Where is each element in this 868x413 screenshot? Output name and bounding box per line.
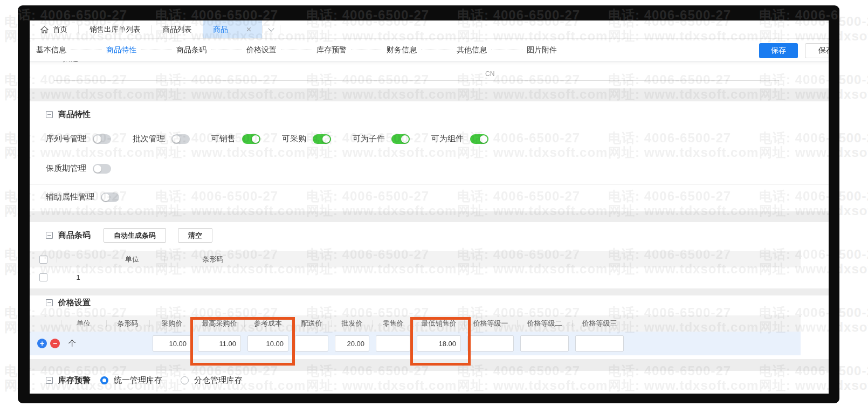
tab-item[interactable]: 商品×: [203, 20, 263, 38]
tab-bar: 首页销售出库单列表商品列表商品×: [30, 20, 829, 39]
collapse-icon[interactable]: [46, 377, 53, 384]
toggle-knob: [480, 135, 487, 143]
watermark-phone: 电话: 4006-6500-27: [608, 72, 759, 87]
tab-home[interactable]: 首页: [30, 20, 78, 38]
price-header-12: 价格等级三: [572, 315, 627, 332]
price-input-3[interactable]: [153, 335, 191, 352]
toggle-switch[interactable]: [391, 134, 410, 144]
select-all-checkbox[interactable]: [39, 256, 47, 264]
price-cell-采购价: [149, 335, 195, 352]
clear-barcode-button[interactable]: 清空: [178, 228, 212, 243]
price-input-5[interactable]: [247, 335, 288, 352]
price-input-12[interactable]: [575, 335, 624, 352]
price-header-9: 最低销售价: [414, 315, 464, 332]
nav-anchor-6[interactable]: 财务信息: [385, 45, 418, 55]
price-cell-最低销售价: [414, 335, 464, 352]
price-input-11[interactable]: [520, 335, 569, 352]
nav-anchor-4[interactable]: 价格设置: [245, 45, 278, 55]
auto-generate-barcode-button[interactable]: 自动生成条码: [104, 228, 166, 243]
toggle-switch[interactable]: [101, 192, 119, 202]
watermark-phone: 电话: 4006-6500-27: [306, 72, 457, 87]
row-checkbox[interactable]: [39, 273, 47, 281]
nav-dotted-connector: [281, 50, 312, 50]
section-title: 商品特性: [58, 109, 91, 120]
collapse-icon[interactable]: [46, 111, 53, 118]
save-button[interactable]: 保存: [759, 43, 798, 58]
toggle-switch[interactable]: [313, 134, 331, 144]
inventory-radio-1[interactable]: [100, 376, 108, 384]
price-input-10[interactable]: [467, 335, 514, 352]
section-title: 价格设置: [58, 298, 91, 308]
price-input-8[interactable]: [376, 335, 410, 352]
add-row-button[interactable]: +: [37, 339, 47, 348]
price-input-7[interactable]: [335, 335, 369, 352]
price-cell-参考成本: [244, 335, 292, 352]
toggle-label: 可为子件: [353, 134, 385, 144]
toggle-switch[interactable]: [242, 134, 260, 144]
nav-anchor-2[interactable]: 商品特性: [105, 45, 137, 55]
toggle-knob: [322, 135, 330, 143]
description-input-underline[interactable]: [54, 80, 779, 81]
toggle-label: 可采购: [282, 134, 306, 144]
section-gap: [30, 211, 829, 222]
tab-item[interactable]: 销售出库单列表: [79, 20, 151, 38]
price-input-6[interactable]: [295, 335, 328, 352]
watermark-phone: 电话: 4006-6500-27: [457, 8, 580, 20]
tab-item[interactable]: 商品列表: [152, 20, 203, 38]
price-header-gutter: [30, 315, 61, 332]
toggle-knob: [94, 135, 101, 143]
toggle-label: 序列号管理: [46, 134, 86, 144]
feature-toggle-item: 保质期管理: [46, 163, 111, 174]
home-icon: [40, 26, 49, 33]
toggle-label: 可为组件: [431, 134, 464, 144]
nav-anchor-7[interactable]: 其他信息: [456, 45, 488, 55]
barcode-header-cell: 条形码: [164, 251, 261, 267]
nav-anchor-5[interactable]: 库存预警: [315, 45, 348, 55]
watermark-text: 电话: 4006-6500-27: [306, 8, 429, 20]
price-cell-单位: 个: [61, 339, 106, 348]
watermark-text: 电话: 4006-6500-27: [608, 8, 731, 20]
toggle-switch[interactable]: [470, 134, 488, 144]
price-header-6: 配送价: [292, 315, 332, 332]
toggle-label: 保质期管理: [46, 163, 86, 174]
tab-list-dropdown[interactable]: [263, 20, 280, 38]
nav-anchor-8[interactable]: 图片附件: [526, 45, 558, 55]
nav-dotted-connector: [211, 50, 242, 50]
watermark-text: 电话: 4006-6500-27: [759, 8, 839, 20]
tab-label: 首页: [53, 25, 67, 35]
price-cell-最高采购价: [195, 335, 244, 352]
watermark-phone: 电话: 4006-6500-27: [759, 72, 829, 87]
remove-row-button[interactable]: −: [50, 339, 60, 348]
price-input-9[interactable]: [417, 335, 461, 352]
inventory-radio-2[interactable]: [181, 376, 189, 384]
toggle-switch[interactable]: [171, 134, 190, 144]
collapse-icon[interactable]: [46, 232, 53, 239]
price-header-11: 价格等级二: [517, 315, 572, 332]
section-barcode: 商品条码 自动生成条码 清空 单位条形码 1: [30, 222, 829, 288]
nav-dotted-connector: [71, 50, 102, 50]
save-and-new-button[interactable]: 保存并新增: [805, 43, 829, 58]
toggle-switch[interactable]: [93, 164, 111, 174]
price-header-3: 采购价: [149, 315, 195, 332]
nav-anchor-1[interactable]: 基本信息: [35, 45, 67, 55]
chevron-down-icon: [268, 25, 274, 31]
feature-toggle-item: 可采购: [282, 134, 331, 144]
tab-close-icon[interactable]: ×: [246, 25, 252, 34]
watermark-text: 电话: 4006-6500-27: [155, 8, 278, 20]
screenshot-page: 电话: 4006-6500-27网址: www.tdxsoft.com电话: 4…: [0, 0, 868, 413]
toggle-label: 可销售: [211, 134, 236, 144]
tab-label: 商品: [213, 25, 228, 35]
barcode-table-header: 单位条形码: [30, 251, 801, 267]
watermark-phone: 电话: 4006-6500-27: [608, 8, 731, 20]
barcode-row-cell: [30, 273, 57, 281]
collapse-icon[interactable]: [46, 299, 53, 306]
toggle-knob: [94, 165, 101, 173]
nav-anchor-3[interactable]: 商品条码: [175, 45, 208, 55]
tab-separator: [280, 25, 280, 33]
watermark-phone: 电话: 4006-6500-27: [306, 8, 429, 20]
toggle-switch[interactable]: [93, 134, 111, 144]
section-pricing: 价格设置 单位条形码采购价最高采购价参考成本配送价批发价零售价最低销售价价格等级…: [30, 295, 829, 359]
price-input-4[interactable]: [198, 335, 241, 352]
inventory-radio-label: 分仓管理库存: [194, 375, 243, 386]
watermark-phone: 电话: 4006-6500-27: [759, 8, 839, 20]
